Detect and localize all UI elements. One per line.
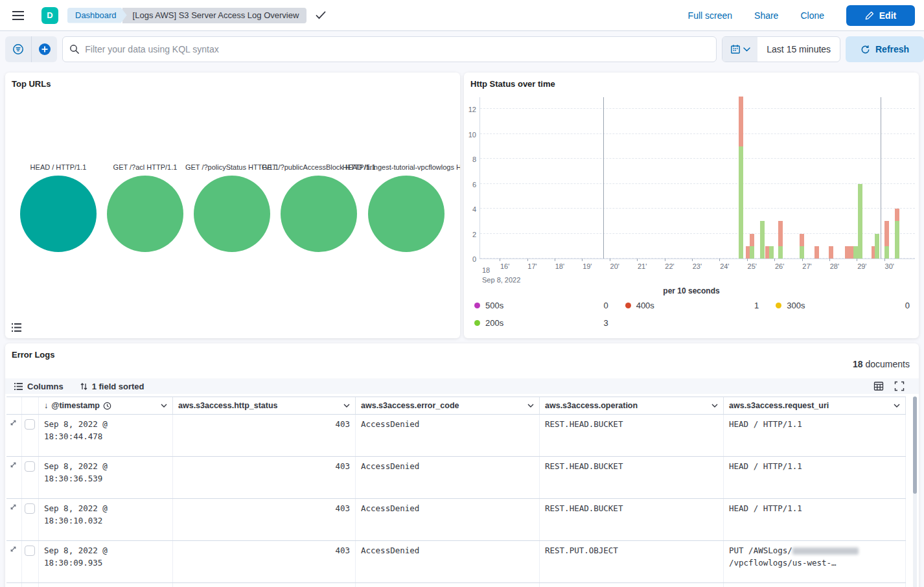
top-urls-panel: Top URLs HEAD / HTTP/1.1GET /?acl HTTP/1… <box>5 73 460 338</box>
date-picker: Last 15 minutes <box>722 36 840 62</box>
x-axis-label: 28' <box>830 262 839 270</box>
x-axis-tick <box>692 259 693 261</box>
kql-search-input[interactable] <box>85 44 710 54</box>
pie-slice[interactable] <box>281 176 357 252</box>
column-header[interactable]: aws.s3access.http_status <box>173 397 356 414</box>
bar-segment-200s <box>800 246 804 259</box>
display-options-icon[interactable] <box>873 381 884 391</box>
legend-item[interactable]: 200s3 <box>474 318 608 328</box>
legend-label: 200s <box>485 318 503 328</box>
chart-legend: 500s0400s1300s0200s3 <box>474 301 910 328</box>
histogram-bar[interactable] <box>814 246 819 259</box>
column-header[interactable]: ↓@timestamp <box>39 397 173 414</box>
cell-request-uri: HEAD / HTTP/1.1 <box>724 499 906 540</box>
histogram-bar[interactable] <box>800 234 804 259</box>
cell-operation: REST.PUT.OBJECT <box>540 541 724 582</box>
edit-button[interactable]: Edit <box>846 5 915 26</box>
bar-segment-200s <box>769 246 774 259</box>
legend-item[interactable]: 500s0 <box>474 301 608 310</box>
histogram-bar[interactable] <box>858 184 862 259</box>
chevron-down-icon[interactable] <box>527 404 534 408</box>
cell-operation: REST.HEAD.BUCKET <box>540 499 724 540</box>
cell-error-code: AccessDenied <box>356 541 540 582</box>
y-axis-label: 12 <box>468 106 476 113</box>
cell-request-uri <box>724 583 906 587</box>
row-expand-cell <box>6 457 22 498</box>
full-screen-link[interactable]: Full screen <box>688 10 732 21</box>
bar-segment-200s <box>884 246 889 259</box>
share-link[interactable]: Share <box>754 10 778 21</box>
histogram-bar[interactable] <box>739 97 743 259</box>
histogram-bar[interactable] <box>750 234 754 259</box>
x-axis-tick <box>582 259 583 261</box>
x-axis-label: 18' <box>555 262 564 270</box>
x-axis-label: 24' <box>720 262 729 270</box>
y-axis-label: 2 <box>472 231 476 238</box>
kql-search-box[interactable] <box>62 36 717 62</box>
table-scrollbar-thumb[interactable] <box>913 397 917 494</box>
cell-http-status <box>173 583 356 587</box>
x-axis-tick <box>637 259 638 261</box>
chevron-down-icon[interactable] <box>161 404 167 408</box>
cell-operation: REST.HEAD.BUCKET <box>540 457 724 498</box>
column-header[interactable]: aws.s3access.error_code <box>356 397 540 414</box>
row-checkbox[interactable] <box>25 503 35 514</box>
fields-sorted-button[interactable]: 1 field sorted <box>80 382 144 391</box>
column-header-label: aws.s3access.request_uri <box>729 401 829 410</box>
add-filter-icon[interactable] <box>31 36 57 62</box>
clone-link[interactable]: Clone <box>800 10 824 21</box>
calendar-menu-button[interactable] <box>722 37 757 62</box>
x-axis-tick <box>610 259 610 261</box>
column-header[interactable]: aws.s3access.operation <box>540 397 724 414</box>
legend-toggle-icon[interactable] <box>12 323 21 332</box>
legend-item[interactable]: 300s0 <box>776 301 910 310</box>
pie-slice[interactable] <box>107 176 183 252</box>
pie-slice[interactable] <box>20 176 97 252</box>
chevron-down-icon[interactable] <box>343 404 350 408</box>
expand-row-icon[interactable] <box>9 503 19 511</box>
x-axis-label: 25' <box>748 262 757 270</box>
histogram-bar[interactable] <box>769 246 774 259</box>
bar-segment-400s <box>829 246 833 259</box>
y-gridline <box>480 158 915 159</box>
chevron-down-icon[interactable] <box>894 404 900 408</box>
saved-query-icon[interactable] <box>5 36 31 62</box>
bar-segment-200s <box>858 184 862 259</box>
row-checkbox[interactable] <box>25 461 35 472</box>
legend-dot <box>474 320 480 326</box>
x-axis-tick <box>802 259 803 261</box>
columns-list-icon <box>14 383 23 390</box>
histogram-bar[interactable] <box>829 246 833 259</box>
x-axis-tick <box>774 259 775 261</box>
cell-http-status: 403 <box>173 541 356 582</box>
space-avatar[interactable]: D <box>41 7 58 24</box>
histogram-bar[interactable] <box>778 221 783 259</box>
histogram-bar[interactable] <box>875 234 879 259</box>
histogram-bar[interactable] <box>760 221 765 259</box>
column-header-label: aws.s3access.operation <box>545 401 638 410</box>
expand-row-icon[interactable] <box>9 419 19 427</box>
histogram-bar[interactable] <box>853 246 858 259</box>
cell-http-status: 403 <box>173 499 356 540</box>
legend-value: 1 <box>754 301 759 310</box>
fullscreen-icon[interactable] <box>894 381 905 391</box>
time-range-value[interactable]: Last 15 minutes <box>757 37 840 62</box>
columns-button[interactable]: Columns <box>14 382 64 391</box>
pie-slice[interactable] <box>368 176 445 252</box>
breadcrumb-dashboard[interactable]: Dashboard <box>67 8 127 23</box>
calendar-icon <box>730 44 741 54</box>
histogram-bar[interactable] <box>884 221 889 259</box>
bar-segment-400s <box>750 234 754 246</box>
legend-item[interactable]: 400s1 <box>625 301 759 310</box>
expand-row-icon[interactable] <box>9 545 19 553</box>
row-checkbox[interactable] <box>25 419 35 430</box>
menu-icon[interactable] <box>5 3 31 29</box>
refresh-button[interactable]: Refresh <box>846 36 924 62</box>
x-axis-tick <box>747 259 748 261</box>
chevron-down-icon[interactable] <box>711 404 718 408</box>
pie-slice[interactable] <box>194 176 270 252</box>
column-header[interactable]: aws.s3access.request_uri <box>724 397 906 414</box>
row-checkbox[interactable] <box>25 546 35 556</box>
expand-row-icon[interactable] <box>9 461 19 469</box>
histogram-bar[interactable] <box>895 209 899 259</box>
